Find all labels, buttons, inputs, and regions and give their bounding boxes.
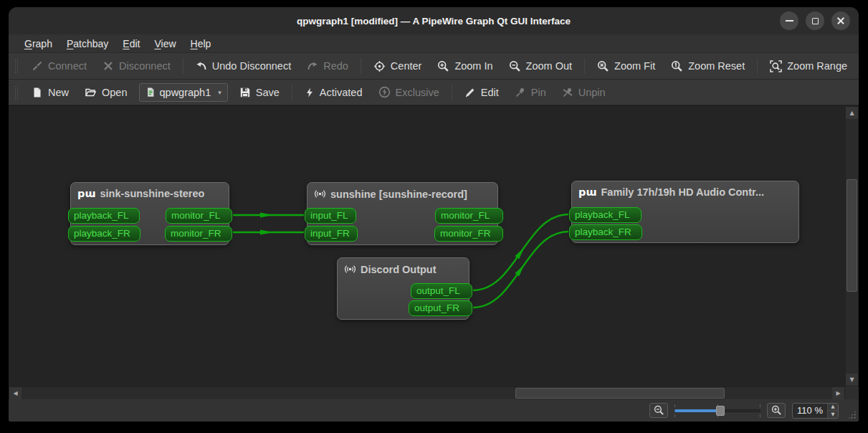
menu-edit[interactable]: Edit <box>115 37 147 51</box>
horizontal-scrollbar[interactable]: ◀ ▶ <box>9 386 845 400</box>
edit-button[interactable]: Edit <box>457 82 506 102</box>
undo-disconnect-label: Undo Disconnect <box>212 60 291 72</box>
menubar: Graph Patchbay Edit View Help <box>9 34 859 53</box>
zoom-range-icon <box>770 60 782 72</box>
activated-icon <box>305 87 315 98</box>
port-monitor-fl[interactable]: monitor_FL <box>166 208 232 224</box>
port-monitor-fr[interactable]: monitor_FR <box>165 226 232 242</box>
zoom-slider[interactable] <box>674 404 760 417</box>
close-button[interactable] <box>831 11 850 30</box>
zoom-fit-button[interactable]: Zoom Fit <box>590 57 662 76</box>
unpin-icon <box>562 87 573 98</box>
open-folder-icon <box>85 87 97 98</box>
connection-arrow <box>260 213 273 218</box>
undo-disconnect-button[interactable]: Undo Disconnect <box>189 57 298 76</box>
zoom-value: 110 % <box>793 404 827 418</box>
zoom-out-button[interactable]: Zoom Out <box>502 57 579 76</box>
resize-grip[interactable] <box>847 410 857 419</box>
pin-label: Pin <box>531 87 546 98</box>
zoom-in-icon <box>437 60 449 72</box>
menu-help[interactable]: Help <box>183 37 219 51</box>
menu-patchbay[interactable]: Patchbay <box>59 37 115 51</box>
new-file-icon <box>32 87 43 98</box>
zoom-reset-button[interactable]: Zoom Reset <box>664 57 752 76</box>
undo-icon <box>196 60 207 72</box>
disconnect-button[interactable]: Disconnect <box>95 57 178 76</box>
toolbar-separator <box>292 85 292 100</box>
spin-down-button[interactable]: ▼ <box>828 411 838 418</box>
node-discord-output[interactable]: Discord Output output_FL output_FR <box>337 257 469 320</box>
graph-canvas[interactable]: pɯ sink-sunshine-stereo playback_FL play… <box>9 106 845 386</box>
spin-up-button[interactable]: ▲ <box>828 404 838 411</box>
toolbar-drag-handle[interactable] <box>14 59 19 73</box>
zoom-spinbox[interactable]: 110 % ▲ ▼ <box>792 403 839 419</box>
patchbay-combo[interactable]: qpwgraph1 ▾ <box>139 83 228 102</box>
redo-label: Redo <box>323 60 348 72</box>
scroll-up-button[interactable]: ▲ <box>846 107 858 119</box>
slider-tick <box>760 414 760 417</box>
new-label: New <box>48 87 69 98</box>
edit-icon <box>464 87 476 98</box>
toolbar-separator <box>361 58 361 74</box>
redo-button[interactable]: Redo <box>300 57 356 76</box>
open-button[interactable]: Open <box>77 82 134 102</box>
pin-button[interactable]: Pin <box>507 82 553 102</box>
center-button[interactable]: Center <box>366 57 429 76</box>
zoom-in-button[interactable]: Zoom In <box>430 57 500 76</box>
pin-icon <box>515 87 526 98</box>
slider-handle[interactable] <box>716 406 725 416</box>
open-label: Open <box>102 87 127 98</box>
exclusive-button[interactable]: Exclusive <box>371 82 447 102</box>
center-label: Center <box>391 60 422 72</box>
app-window: qpwgraph1 [modified] — A PipeWire Graph … <box>9 7 859 422</box>
minimize-button[interactable] <box>780 11 798 30</box>
scrollbar-corner <box>845 386 859 400</box>
titlebar[interactable]: qpwgraph1 [modified] — A PipeWire Graph … <box>9 7 859 34</box>
node-title: Family 17h/19h HD Audio Contr... <box>601 186 764 198</box>
zoom-range-button[interactable]: Zoom Range <box>763 57 854 76</box>
vertical-scrollbar-thumb[interactable] <box>846 179 857 292</box>
chevron-down-icon: ▾ <box>218 89 221 96</box>
node-title: Discord Output <box>361 264 437 275</box>
port-output-fr[interactable]: output_FR <box>409 300 472 316</box>
connections-layer <box>9 106 845 386</box>
port-input-fr[interactable]: input_FR <box>305 226 358 242</box>
new-button[interactable]: New <box>24 82 76 102</box>
vertical-scrollbar[interactable]: ▲ ▼ <box>845 106 859 386</box>
window-title: qpwgraph1 [modified] — A PipeWire Graph … <box>297 16 571 27</box>
save-button[interactable]: Save <box>232 82 287 102</box>
zoom-in-icon <box>771 405 782 416</box>
slider-tick <box>674 414 675 417</box>
port-playback-fl[interactable]: playback_FL <box>569 207 642 223</box>
scroll-right-button[interactable]: ▶ <box>832 387 844 399</box>
port-playback-fr[interactable]: playback_FR <box>569 224 642 240</box>
port-monitor-fr[interactable]: monitor_FR <box>434 226 503 242</box>
window-controls <box>780 11 850 30</box>
connect-button[interactable]: Connect <box>24 57 94 76</box>
scroll-down-button[interactable]: ▼ <box>846 373 858 386</box>
toolbar-drag-handle[interactable] <box>14 85 19 100</box>
port-playback-fl[interactable]: playback_FL <box>68 208 140 224</box>
node-family-hd-audio[interactable]: pɯ Family 17h/19h HD Audio Contr... play… <box>571 181 799 243</box>
port-output-fl[interactable]: output_FL <box>411 283 472 299</box>
node-sink-sunshine-stereo[interactable]: pɯ sink-sunshine-stereo playback_FL play… <box>70 182 229 245</box>
port-monitor-fl[interactable]: monitor_FL <box>435 208 503 224</box>
statusbar-zoom-in-button[interactable] <box>767 403 786 418</box>
node-header: pɯ sink-sunshine-stereo <box>71 183 229 199</box>
maximize-button[interactable] <box>806 11 824 30</box>
toolbar-separator <box>584 58 585 74</box>
connection-arrow <box>260 230 273 235</box>
activated-button[interactable]: Activated <box>297 82 370 102</box>
port-playback-fr[interactable]: playback_FR <box>68 226 140 242</box>
center-icon <box>373 60 386 72</box>
port-input-fl[interactable]: input_FL <box>305 208 356 224</box>
scroll-left-button[interactable]: ◀ <box>9 387 22 399</box>
node-header: sunshine [sunshine-record] <box>307 183 497 200</box>
horizontal-scrollbar-thumb[interactable] <box>515 388 725 399</box>
menu-view[interactable]: View <box>147 37 183 51</box>
exclusive-label: Exclusive <box>396 87 439 98</box>
statusbar-zoom-out-button[interactable] <box>649 403 668 418</box>
node-sunshine-record[interactable]: sunshine [sunshine-record] input_FL inpu… <box>307 182 498 245</box>
unpin-button[interactable]: Unpin <box>555 82 613 102</box>
menu-graph[interactable]: Graph <box>17 37 59 51</box>
